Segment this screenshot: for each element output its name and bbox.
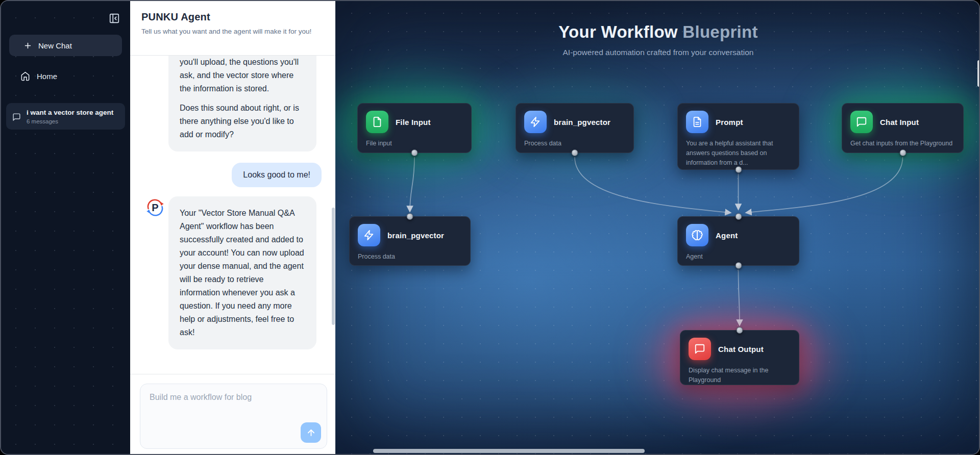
node-file-input[interactable]: File Input File input xyxy=(357,103,472,153)
node-chat-input[interactable]: Chat Input Get chat inputs from the Play… xyxy=(842,103,964,153)
brain-icon xyxy=(686,224,708,246)
chat-history-title: i want a vector store agent xyxy=(27,108,113,117)
node-brain-pgvector-2[interactable]: brain_pgvector Process data xyxy=(349,216,471,266)
new-chat-button[interactable]: New Chat xyxy=(9,35,122,56)
plus-icon xyxy=(23,41,32,50)
sidebar-item-home[interactable]: Home xyxy=(9,66,122,86)
canvas-title-accent: Blueprint xyxy=(682,22,758,41)
chat-bubble-icon xyxy=(850,111,873,133)
node-input-port[interactable] xyxy=(735,213,742,220)
node-output-port[interactable] xyxy=(411,149,418,156)
chat-panel-title: PUNKU Agent xyxy=(141,11,325,23)
node-brain-pgvector-1[interactable]: brain_pgvector Process data xyxy=(516,103,634,153)
agent-message: you'll upload, the questions you'll ask,… xyxy=(168,56,335,151)
node-title: Agent xyxy=(716,231,738,240)
node-prompt[interactable]: Prompt You are a helpful assistant that … xyxy=(677,103,799,170)
node-title: brain_pgvector xyxy=(554,118,610,127)
node-output-port[interactable] xyxy=(735,166,742,173)
arrow-up-icon xyxy=(306,428,316,438)
node-description: You are a helpful assistant that answers… xyxy=(686,139,791,168)
chat-bubble-icon xyxy=(12,113,21,121)
node-agent[interactable]: Agent Agent xyxy=(677,216,799,266)
user-message-text: Looks good to me! xyxy=(232,163,322,187)
agent-message: P Your "Vector Store Manual Q&A Agent" w… xyxy=(145,196,335,349)
node-description: Get chat inputs from the Playground xyxy=(850,139,955,148)
node-output-port[interactable] xyxy=(572,149,578,156)
home-icon xyxy=(20,71,30,81)
app-window: New Chat Home i want a vector store agen… xyxy=(0,0,980,455)
node-title: Chat Input xyxy=(880,118,919,127)
svg-text:P: P xyxy=(152,202,158,213)
agent-message-text: you'll upload, the questions you'll ask,… xyxy=(180,56,305,95)
new-chat-label: New Chat xyxy=(38,41,72,50)
agent-message-text: Does this sound about right, or is there… xyxy=(180,102,305,141)
chat-header: PUNKU Agent Tell us what you want and th… xyxy=(130,1,335,56)
panel-collapse-icon xyxy=(109,13,120,26)
message-list: you'll upload, the questions you'll ask,… xyxy=(130,56,335,374)
chat-panel: PUNKU Agent Tell us what you want and th… xyxy=(130,1,335,454)
node-input-port[interactable] xyxy=(407,213,413,220)
node-description: Agent xyxy=(686,252,791,262)
user-message: Looks good to me! xyxy=(130,163,322,187)
zap-icon xyxy=(524,111,547,133)
canvas-vertical-scrollbar[interactable] xyxy=(977,60,980,87)
node-title: Prompt xyxy=(716,118,743,127)
chat-history-count: 6 messages xyxy=(27,118,113,124)
canvas-horizontal-scrollbar[interactable] xyxy=(373,449,645,453)
canvas-header: Your Workflow Blueprint AI-powered autom… xyxy=(335,22,980,57)
chat-panel-subtitle: Tell us what you want and the agent will… xyxy=(141,27,317,36)
node-description: Process data xyxy=(358,252,462,262)
zap-icon xyxy=(358,224,380,246)
node-title: brain_pgvector xyxy=(387,231,444,240)
canvas-title: Your Workflow Blueprint xyxy=(335,22,980,42)
punku-avatar: P xyxy=(145,197,165,218)
chat-history-item[interactable]: i want a vector store agent 6 messages xyxy=(6,103,125,130)
node-output-port[interactable] xyxy=(899,149,906,156)
chat-scrollbar[interactable] xyxy=(332,208,335,325)
sidebar-collapse-button[interactable] xyxy=(108,12,121,26)
chat-bubble-icon xyxy=(689,338,711,360)
send-button[interactable] xyxy=(301,422,321,443)
node-output-port[interactable] xyxy=(735,262,742,269)
chat-input[interactable] xyxy=(140,384,327,449)
home-label: Home xyxy=(37,72,57,81)
workflow-canvas[interactable]: Your Workflow Blueprint AI-powered autom… xyxy=(335,1,980,454)
node-description: Process data xyxy=(524,139,625,148)
sidebar: New Chat Home i want a vector store agen… xyxy=(1,1,130,454)
file-text-icon xyxy=(686,111,708,133)
agent-message-text: Your "Vector Store Manual Q&A Agent" wor… xyxy=(168,196,316,349)
node-title: File Input xyxy=(396,118,431,127)
canvas-subtitle: AI-powered automation crafted from your … xyxy=(335,48,980,57)
node-input-port[interactable] xyxy=(737,327,743,334)
chat-input-area xyxy=(130,374,335,454)
node-title: Chat Output xyxy=(718,345,764,353)
node-chat-output[interactable]: Chat Output Display chat message in the … xyxy=(680,330,799,385)
node-description: Display chat message in the Playground xyxy=(689,366,791,385)
file-icon xyxy=(366,111,388,133)
node-description: File input xyxy=(366,139,463,148)
